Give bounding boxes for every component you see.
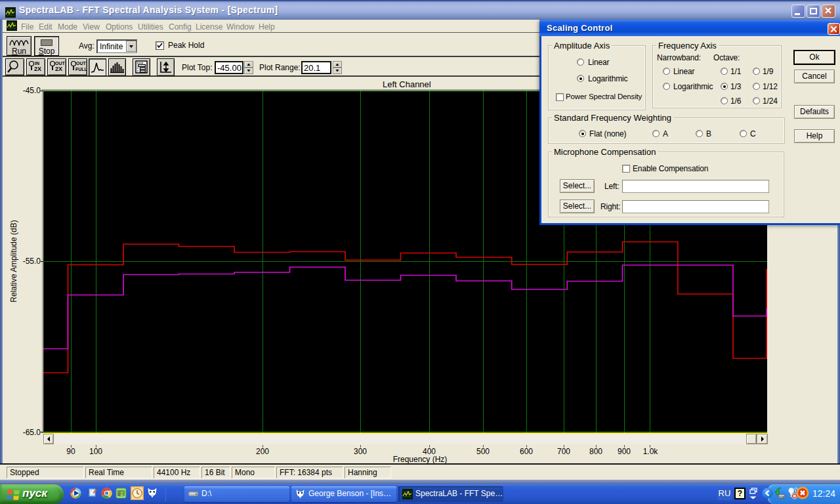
svg-text:2X: 2X	[34, 66, 41, 72]
svg-text:OUT: OUT	[76, 61, 87, 66]
svg-text:2X: 2X	[55, 66, 62, 72]
svg-text:FULL: FULL	[75, 67, 87, 72]
svg-text:OUT: OUT	[55, 61, 66, 66]
svg-text:IN: IN	[35, 61, 39, 66]
